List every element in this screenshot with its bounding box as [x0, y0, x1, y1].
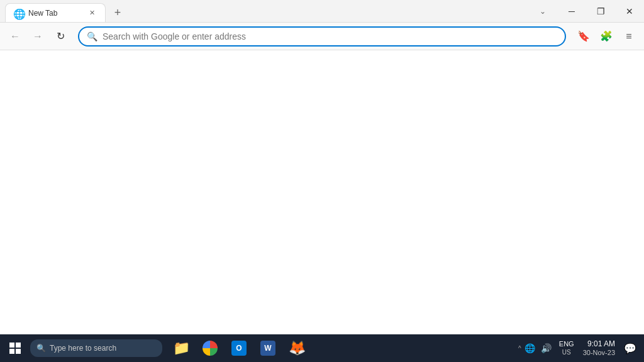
taskbar-search[interactable]: 🔍 Type here to search	[30, 339, 162, 357]
restore-button[interactable]: ❐	[586, 0, 615, 23]
forward-button[interactable]: →	[28, 26, 48, 47]
main-content	[0, 50, 644, 334]
tray-expand-button[interactable]: ^	[518, 345, 521, 352]
extensions-button[interactable]: 🧩	[596, 26, 616, 47]
volume-icon[interactable]: 🔊	[539, 341, 554, 356]
notification-button[interactable]: 💬	[621, 334, 639, 362]
system-tray: ^ 🌐 🔊	[518, 341, 554, 356]
nav-right-icons: 🔖 🧩 ≡	[574, 26, 639, 47]
browser-tab[interactable]: 🌐 New Tab ✕	[5, 3, 106, 22]
refresh-button[interactable]: ↻	[50, 26, 70, 47]
close-button[interactable]: ✕	[615, 0, 644, 23]
tab-scroll-button[interactable]: ⌄	[528, 0, 557, 23]
tab-strip: 🌐 New Tab ✕ +	[5, 0, 528, 22]
title-bar-controls: ⌄ ─ ❐ ✕	[528, 0, 644, 22]
svg-rect-1	[16, 343, 21, 348]
new-tab-button[interactable]: +	[108, 3, 127, 22]
search-icon: 🔍	[87, 31, 97, 41]
taskbar-search-icon: 🔍	[36, 344, 46, 353]
start-button[interactable]	[0, 334, 30, 362]
clock-date: 30-Nov-23	[583, 349, 615, 357]
taskbar-app-explorer[interactable]: 📁	[167, 334, 195, 362]
pocket-button[interactable]: 🔖	[574, 26, 594, 47]
tab-favicon: 🌐	[13, 8, 23, 18]
nav-bar: ← → ↻ 🔍 🔖 🧩 ≡	[0, 23, 644, 50]
svg-rect-2	[9, 349, 14, 354]
title-bar: 🌐 New Tab ✕ + ⌄ ─ ❐ ✕	[0, 0, 644, 23]
taskbar: 🔍 Type here to search 📁 O W 🦊 ^ 🌐 🔊	[0, 334, 644, 362]
minimize-button[interactable]: ─	[557, 0, 586, 23]
taskbar-right: ^ 🌐 🔊 ENG US 9:01 AM 30-Nov-23 💬	[518, 334, 644, 362]
language-indicator[interactable]: ENG US	[557, 340, 577, 356]
taskbar-app-outlook[interactable]: O	[225, 334, 253, 362]
taskbar-apps: 📁 O W 🦊	[162, 334, 518, 362]
svg-rect-0	[9, 343, 14, 348]
language-code: ENG	[559, 340, 574, 348]
title-bar-left	[0, 0, 5, 22]
taskbar-search-text: Type here to search	[50, 344, 116, 353]
outlook-icon: O	[231, 341, 247, 356]
address-bar[interactable]: 🔍	[78, 26, 566, 47]
clock[interactable]: 9:01 AM 30-Nov-23	[579, 339, 619, 357]
language-region: US	[562, 349, 571, 356]
taskbar-app-word[interactable]: W	[254, 334, 282, 362]
tab-close-button[interactable]: ✕	[86, 8, 97, 19]
svg-rect-3	[16, 349, 21, 354]
menu-button[interactable]: ≡	[619, 26, 639, 47]
clock-time: 9:01 AM	[587, 339, 615, 348]
network-icon[interactable]: 🌐	[523, 341, 538, 356]
taskbar-app-chrome[interactable]	[196, 334, 224, 362]
back-button[interactable]: ←	[5, 26, 25, 47]
tab-title: New Tab	[28, 9, 81, 18]
address-input[interactable]	[103, 31, 557, 41]
word-icon: W	[260, 341, 275, 356]
taskbar-app-firefox[interactable]: 🦊	[283, 334, 311, 362]
